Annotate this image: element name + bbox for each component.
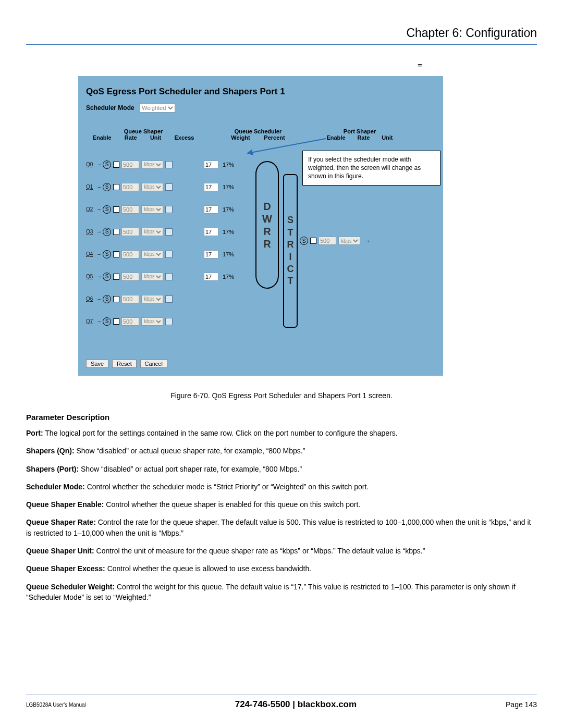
equals-sign: = [418,60,422,70]
strict-letter: T [288,227,293,239]
shaper-icon: S [103,161,111,169]
enable-checkbox[interactable] [113,229,119,235]
hdr-excess: Excess [174,134,194,141]
port-enable-checkbox[interactable] [310,238,316,244]
excess-checkbox[interactable] [165,161,173,168]
excess-checkbox[interactable] [165,251,173,258]
rate-input[interactable] [121,250,139,258]
hdr-port-shaper: Port Shaper [321,128,399,134]
excess-checkbox[interactable] [165,318,173,325]
arrow-in-icon: → [95,296,103,302]
param-item: Queue Shaper Unit: Control the unit of m… [26,546,537,556]
rate-input[interactable] [121,161,139,169]
strict-letter: I [289,251,291,263]
unit-select[interactable]: kbps [141,183,163,191]
footer-center: 724-746-5500 | blackbox.com [235,699,357,710]
excess-checkbox[interactable] [165,206,173,213]
arrow-in-icon: → [95,274,103,279]
excess-checkbox[interactable] [165,228,173,236]
rate-input[interactable] [121,273,139,281]
weight-input[interactable] [204,273,218,281]
unit-select[interactable]: kbps [141,295,163,303]
param-item: Queue Shaper Enable: Control whether the… [26,499,537,510]
queue-label: Q3 [86,229,95,235]
dwrr-letter: R [263,238,271,250]
callout-box: If you select the scheduler mode with we… [302,151,440,186]
hdr-queue-shaper: Queue Shaper [86,128,201,134]
param-text: Show “disabled” or actual port shaper ra… [79,465,302,473]
shaper-icon: S [103,250,111,258]
strict-letter: T [288,275,293,287]
param-item: Shapers (Port): Show “disabled” or actua… [26,464,537,474]
unit-select[interactable]: kbps [141,250,163,258]
shaper-icon: S [103,205,111,214]
enable-checkbox[interactable] [113,318,119,325]
enable-checkbox[interactable] [113,162,119,168]
unit-select[interactable]: kbps [141,205,163,214]
enable-checkbox[interactable] [113,274,119,280]
hdr-rate: Rate [125,134,137,141]
rate-input[interactable] [121,317,139,326]
excess-checkbox[interactable] [165,295,173,303]
excess-checkbox[interactable] [165,273,173,280]
hdr-port-enable: Enable [326,134,345,141]
cancel-button[interactable]: Cancel [140,360,167,368]
panel-heading: QoS Egress Port Scheduler and Shapers Po… [86,87,435,97]
footer-right: Page 143 [506,700,537,709]
qos-panel: QoS Egress Port Scheduler and Shapers Po… [78,76,443,376]
port-shaper-row: S kbps → [299,237,370,245]
footer: LGB5028A User's Manual 724-746-5500 | bl… [26,691,537,710]
figure-caption: Figure 6-70. QoS Egress Port Scheduler a… [26,391,537,400]
weight-input[interactable] [204,250,218,258]
percent-value: 17% [222,161,237,169]
param-label: Queue Shaper Unit: [26,547,94,555]
header-rule [26,44,537,45]
rate-input[interactable] [121,228,139,236]
shaper-icon: S [103,295,111,303]
reset-button[interactable]: Reset [112,360,137,368]
enable-checkbox[interactable] [113,184,119,190]
queue-label: Q1 [86,184,95,190]
shaper-icon: S [103,317,111,326]
percent-value: 17% [222,205,237,214]
param-text: Control the rate for the queue shaper. T… [26,518,531,537]
weight-input[interactable] [204,228,218,236]
param-item: Queue Shaper Rate: Control the rate for … [26,517,537,538]
param-label: Port: [26,429,43,437]
weight-input[interactable] [204,183,218,191]
param-text: Control the unit of measure for the queu… [94,547,425,555]
save-button[interactable]: Save [86,360,108,368]
parameter-heading: Parameter Description [26,413,537,422]
strict-letter: R [287,239,294,251]
strict-letter: C [287,263,294,275]
chapter-title: Chapter 6: Configuration [26,26,537,40]
weight-input[interactable] [204,205,218,214]
excess-checkbox[interactable] [165,183,173,191]
arrow-in-icon: → [95,229,103,235]
percent-value: 17% [222,250,237,258]
param-label: Scheduler Mode: [26,483,85,491]
dwrr-oval: DWRR [255,161,279,289]
param-item: Scheduler Mode: Control whether the sche… [26,482,537,492]
enable-checkbox[interactable] [113,251,119,257]
arrow-in-icon: → [95,206,103,212]
rate-input[interactable] [121,183,139,191]
port-unit-select[interactable]: kbps [338,237,360,245]
unit-select[interactable]: kbps [141,228,163,236]
strict-box: STRICT [283,174,298,328]
unit-select[interactable]: kbps [141,273,163,281]
enable-checkbox[interactable] [113,296,119,302]
queue-label: Q6 [86,296,95,302]
param-text: Control whether the queue shaper is enab… [104,500,360,509]
rate-input[interactable] [121,205,139,214]
rate-input[interactable] [121,295,139,303]
shaper-icon: S [103,228,111,236]
port-rate-input[interactable] [319,237,336,245]
param-text: Show “disabled” or actual queue shaper r… [75,447,305,455]
enable-checkbox[interactable] [113,206,119,213]
unit-select[interactable]: kbps [141,317,163,326]
unit-select[interactable]: kbps [141,161,163,169]
weight-input[interactable] [204,161,218,169]
scheduler-mode-select[interactable]: Weighted [139,103,175,113]
arrow-in-icon: → [95,318,103,324]
